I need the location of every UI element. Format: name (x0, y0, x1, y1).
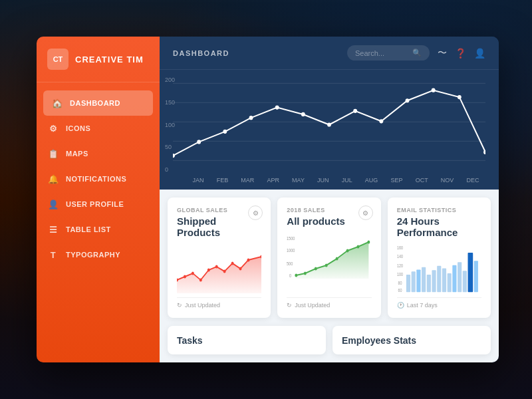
sidebar-item-notifications[interactable]: 🔔 Notifications (37, 166, 160, 192)
main-content: Dashboard 🔍 〜 ❓ 👤 200 150 100 50 0 (160, 37, 499, 362)
card-all-products: 2018 Sales All products ⚙ 1500 1000 (277, 198, 380, 318)
svg-point-35 (295, 274, 298, 277)
svg-text:1000: 1000 (287, 247, 295, 253)
svg-rect-57 (447, 273, 451, 292)
sidebar-label-icons: Icons (66, 124, 90, 132)
svg-rect-50 (411, 271, 415, 292)
icons-icon: ⚙ (47, 122, 59, 134)
svg-rect-59 (458, 262, 462, 292)
app-window: CT Creative Tim 🏠 Dashboard ⚙ Icons 📋 Ma… (37, 37, 499, 362)
sidebar-nav: 🏠 Dashboard ⚙ Icons 📋 Maps 🔔 Notificatio… (37, 82, 160, 362)
svg-point-11 (327, 122, 331, 126)
card-allprod-chart: 1500 1000 500 0 (287, 232, 371, 293)
chart-x-labels: JAN FEB MAR APR MAY JUN JUL AUG SEP OCT … (173, 176, 485, 184)
svg-rect-53 (426, 275, 430, 292)
svg-text:500: 500 (287, 261, 293, 266)
svg-point-16 (458, 95, 462, 99)
card-perf-footer: 🕐 Last 7 days (397, 297, 481, 309)
svg-rect-58 (452, 265, 456, 292)
table-list-icon: ☰ (47, 223, 59, 235)
svg-point-28 (247, 259, 249, 262)
card-shipped-footer: ↻ Just Updated (177, 297, 261, 309)
user-profile-icon: 👤 (47, 198, 59, 210)
typography-icon: T (47, 249, 59, 261)
svg-text:80: 80 (398, 281, 402, 285)
svg-point-38 (325, 264, 328, 267)
svg-rect-52 (422, 267, 426, 293)
card-allprod-footer: ↻ Just Updated (287, 297, 371, 309)
sidebar-label-dashboard: Dashboard (70, 99, 120, 107)
card-tasks-title: Tasks (177, 335, 203, 346)
card-employees-title: Employees Stats (342, 335, 416, 346)
svg-point-8 (249, 116, 253, 120)
pulse-icon[interactable]: 〜 (438, 47, 447, 59)
svg-point-17 (483, 150, 485, 154)
svg-point-42 (368, 241, 370, 244)
card-perf-chart: 160 140 120 100 80 60 (397, 243, 481, 293)
svg-text:100: 100 (397, 272, 404, 277)
sidebar-label-maps: Maps (66, 150, 88, 158)
svg-point-21 (192, 272, 194, 275)
svg-point-40 (346, 249, 349, 253)
main-chart-svg (173, 76, 485, 173)
card-perf-category: Email Statistics (397, 207, 481, 213)
svg-point-9 (275, 106, 279, 110)
sidebar: CT Creative Tim 🏠 Dashboard ⚙ Icons 📋 Ma… (37, 37, 160, 362)
svg-rect-54 (432, 270, 436, 292)
search-box[interactable]: 🔍 (347, 45, 430, 61)
svg-point-14 (406, 98, 410, 102)
page-title: Dashboard (173, 49, 229, 57)
svg-point-12 (353, 109, 357, 113)
svg-point-24 (215, 265, 218, 269)
svg-rect-61 (467, 253, 473, 292)
svg-point-26 (231, 262, 234, 265)
search-icon: 🔍 (412, 49, 422, 57)
svg-point-37 (315, 267, 317, 271)
user-icon[interactable]: 👤 (474, 48, 485, 59)
logo-text: Creative Tim (75, 55, 144, 65)
svg-rect-60 (462, 271, 466, 292)
maps-icon: 📋 (47, 148, 59, 160)
svg-point-10 (301, 112, 305, 116)
notifications-icon: 🔔 (47, 173, 59, 185)
card-perf-title: 24 Hours Performance (397, 215, 481, 238)
sidebar-label-table-list: Table List (66, 225, 111, 233)
sidebar-item-user-profile[interactable]: 👤 User Profile (37, 192, 160, 217)
card-allprod-settings[interactable]: ⚙ (358, 205, 373, 220)
dashboard-icon: 🏠 (51, 97, 63, 109)
card-24h-performance: Email Statistics 24 Hours Performance 16… (388, 198, 491, 318)
search-input[interactable] (355, 49, 408, 57)
svg-text:0: 0 (289, 273, 292, 278)
sidebar-item-table-list[interactable]: ☰ Table List (37, 217, 160, 242)
svg-point-20 (184, 275, 186, 279)
card-shipped-title: Shipped Products (177, 215, 261, 238)
sidebar-label-user-profile: User Profile (66, 200, 124, 208)
svg-text:160: 160 (397, 246, 404, 251)
svg-rect-62 (473, 261, 477, 292)
sidebar-item-icons[interactable]: ⚙ Icons (37, 116, 160, 141)
svg-point-13 (379, 119, 383, 123)
svg-text:120: 120 (397, 263, 404, 268)
svg-point-36 (304, 272, 307, 275)
svg-point-23 (207, 269, 210, 272)
svg-point-7 (223, 130, 227, 134)
svg-point-15 (432, 88, 436, 92)
bottom-cards-row: Tasks Employees Stats (160, 326, 499, 362)
sidebar-item-typography[interactable]: T Typography (37, 242, 160, 267)
main-chart-area: 200 150 100 50 0 (160, 70, 499, 190)
svg-point-27 (239, 267, 242, 271)
sidebar-label-notifications: Notifications (66, 175, 126, 183)
chart-y-labels: 200 150 100 50 0 (165, 76, 175, 173)
help-icon[interactable]: ❓ (455, 48, 466, 59)
sidebar-item-maps[interactable]: 📋 Maps (37, 141, 160, 166)
svg-text:1500: 1500 (287, 235, 295, 241)
cards-section: Global Sales Shipped Products ⚙ (160, 190, 499, 326)
sidebar-item-dashboard[interactable]: 🏠 Dashboard (43, 90, 153, 116)
card-shipped-chart (177, 243, 261, 293)
card-allprod-title: All products (287, 215, 371, 227)
card-employees-stats: Employees Stats (332, 326, 491, 354)
header: Dashboard 🔍 〜 ❓ 👤 (160, 37, 499, 70)
logo-badge: CT (47, 49, 68, 70)
sidebar-label-typography: Typography (66, 251, 120, 259)
sidebar-logo: CT Creative Tim (37, 37, 160, 82)
